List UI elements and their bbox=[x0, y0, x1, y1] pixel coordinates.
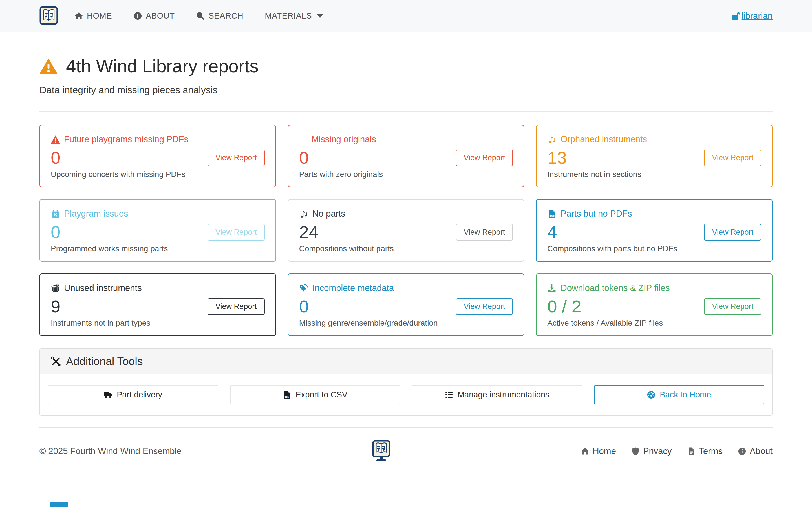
list-icon bbox=[445, 390, 453, 399]
footer-links: Home Privacy Terms About bbox=[581, 446, 772, 456]
view-report-button[interactable]: View Report bbox=[207, 150, 265, 166]
tool-button-label: Part delivery bbox=[117, 390, 162, 399]
warning-icon bbox=[40, 57, 57, 75]
footer-link-label: Terms bbox=[699, 446, 723, 456]
card-value: 24 bbox=[299, 223, 319, 241]
footer-link-label: About bbox=[750, 446, 772, 456]
footer-link-label: Home bbox=[593, 446, 616, 456]
report-card-future-playgrams: Future playgrams missing PDFs 0 View Rep… bbox=[40, 125, 276, 187]
home-icon bbox=[581, 447, 589, 455]
card-value: 0 / 2 bbox=[547, 298, 581, 315]
divider bbox=[40, 111, 772, 112]
card-title: Orphaned instruments bbox=[560, 134, 647, 145]
tools-panel-title: Additional Tools bbox=[66, 355, 143, 368]
view-report-button[interactable]: View Report bbox=[456, 298, 513, 315]
card-title: Future playgrams missing PDFs bbox=[64, 134, 188, 145]
card-title: Download tokens & ZIP files bbox=[560, 283, 670, 293]
card-value: 0 bbox=[299, 149, 309, 166]
bottom-edge-element bbox=[50, 502, 68, 507]
info-icon bbox=[133, 11, 142, 20]
report-card-playgram-issues: Playgram issues 0 View Report Programmed… bbox=[40, 199, 276, 262]
card-value: 0 bbox=[51, 149, 60, 166]
svg-text:CSV: CSV bbox=[285, 396, 289, 398]
drum-icon bbox=[51, 284, 60, 293]
export-csv-button[interactable]: CSV Export to CSV bbox=[230, 385, 400, 404]
copyright-text: © 2025 Fourth Wind Wind Ensemble bbox=[40, 446, 182, 456]
blank-icon bbox=[299, 135, 308, 144]
card-value: 4 bbox=[547, 223, 557, 241]
card-value: 13 bbox=[547, 149, 567, 166]
page-footer: © 2025 Fourth Wind Wind Ensemble Home Pr… bbox=[40, 427, 772, 462]
view-report-button[interactable]: View Report bbox=[456, 150, 513, 166]
home-icon bbox=[74, 11, 83, 20]
library-logo[interactable] bbox=[40, 6, 58, 26]
shield-icon bbox=[631, 447, 640, 455]
page-header: 4th Wind Library reports bbox=[40, 56, 772, 76]
report-card-parts-no-pdfs: PDF Parts but no PDFs 4 View Report Comp… bbox=[536, 199, 772, 262]
footer-link-about[interactable]: About bbox=[738, 446, 772, 456]
svg-text:PDF: PDF bbox=[550, 215, 555, 218]
page-title: 4th Wind Library reports bbox=[66, 56, 259, 76]
reports-page: 4th Wind Library reports Data integrity … bbox=[40, 56, 772, 416]
card-title: Playgram issues bbox=[64, 209, 128, 219]
footer-link-home[interactable]: Home bbox=[581, 446, 616, 456]
caret-down-icon bbox=[317, 14, 323, 18]
report-card-unused-instruments: Unused instruments 9 View Report Instrum… bbox=[40, 274, 276, 336]
view-report-button[interactable]: View Report bbox=[704, 224, 761, 240]
footer-link-privacy[interactable]: Privacy bbox=[631, 446, 672, 456]
card-description: Compositions with parts but no PDFs bbox=[547, 244, 761, 253]
part-delivery-button[interactable]: Part delivery bbox=[48, 385, 218, 404]
card-description: Programmed works missing parts bbox=[51, 244, 265, 253]
nav-item-label: MATERIALS bbox=[265, 11, 312, 20]
user-account-link[interactable]: librarian bbox=[731, 11, 772, 21]
view-report-button[interactable]: View Report bbox=[704, 298, 761, 315]
nav-item-search[interactable]: SEARCH bbox=[196, 11, 243, 20]
card-title: Parts but no PDFs bbox=[560, 209, 632, 219]
tools-icon bbox=[50, 356, 61, 367]
report-card-no-parts: No parts 24 View Report Compositions wit… bbox=[288, 199, 524, 262]
manage-instrumentations-button[interactable]: Manage instrumentations bbox=[412, 385, 582, 404]
card-value: 0 bbox=[51, 223, 60, 241]
nav-item-label: HOME bbox=[87, 11, 112, 20]
document-icon bbox=[687, 447, 696, 455]
report-card-orphaned-instruments: Orphaned instruments 13 View Report Inst… bbox=[536, 125, 772, 187]
csv-file-icon: CSV bbox=[283, 390, 291, 399]
tool-button-label: Manage instrumentations bbox=[458, 390, 550, 399]
card-description: Parts with zero originals bbox=[299, 170, 513, 179]
view-report-button[interactable]: View Report bbox=[704, 150, 761, 166]
info-icon bbox=[738, 447, 746, 455]
report-card-download-tokens: Download tokens & ZIP files 0 / 2 View R… bbox=[536, 274, 772, 336]
view-report-button[interactable]: View Report bbox=[207, 298, 265, 315]
view-report-button[interactable]: View Report bbox=[207, 224, 265, 240]
card-title: Incomplete metadata bbox=[312, 283, 394, 293]
music-note-icon bbox=[547, 135, 557, 144]
search-icon bbox=[196, 11, 205, 20]
library-logo-footer[interactable] bbox=[372, 440, 390, 462]
card-value: 0 bbox=[299, 298, 309, 315]
card-description: Instruments not in part types bbox=[51, 319, 265, 328]
nav-item-label: SEARCH bbox=[208, 11, 243, 20]
calendar-x-icon bbox=[51, 209, 60, 219]
download-icon bbox=[547, 284, 557, 293]
card-title: Missing originals bbox=[312, 134, 376, 145]
report-card-missing-originals: Missing originals 0 View Report Parts wi… bbox=[288, 125, 524, 187]
additional-tools-panel: Additional Tools Part delivery CSV Expor… bbox=[40, 348, 772, 416]
truck-icon bbox=[104, 390, 112, 399]
nav-item-label: ABOUT bbox=[146, 11, 174, 20]
report-cards-grid: Future playgrams missing PDFs 0 View Rep… bbox=[40, 125, 772, 336]
card-title: No parts bbox=[312, 209, 345, 219]
top-navbar: HOME ABOUT SEARCH MATERIALS librarian bbox=[0, 0, 812, 32]
nav-item-materials[interactable]: MATERIALS bbox=[265, 11, 323, 20]
nav-item-home[interactable]: HOME bbox=[74, 11, 112, 20]
nav-item-about[interactable]: ABOUT bbox=[133, 11, 174, 20]
card-description: Missing genre/ensemble/grade/duration bbox=[299, 319, 513, 328]
username-label: librarian bbox=[742, 11, 772, 21]
back-to-home-button[interactable]: Back to Home bbox=[594, 385, 764, 404]
pdf-file-icon: PDF bbox=[547, 209, 557, 219]
footer-link-label: Privacy bbox=[643, 446, 672, 456]
page-subtitle: Data integrity and missing pieces analys… bbox=[40, 84, 772, 96]
view-report-button[interactable]: View Report bbox=[456, 224, 513, 240]
card-title: Unused instruments bbox=[64, 283, 142, 293]
footer-link-terms[interactable]: Terms bbox=[687, 446, 723, 456]
card-description: Compositions without parts bbox=[299, 244, 513, 253]
